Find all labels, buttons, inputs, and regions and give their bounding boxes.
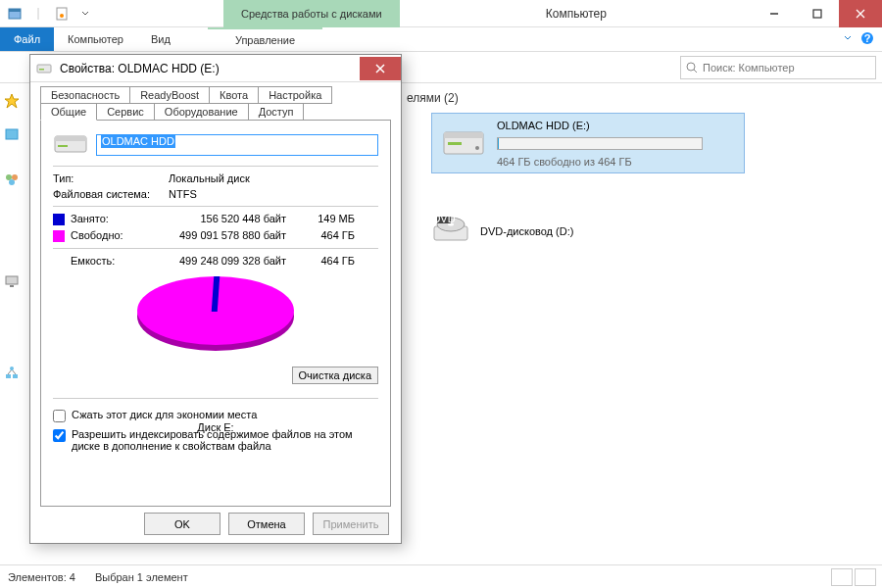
cancel-button[interactable]: Отмена: [228, 513, 305, 535]
dvd-icon: DVD: [431, 211, 470, 252]
computer-icon[interactable]: [4, 273, 20, 289]
disk-label: Диск E:: [53, 421, 378, 433]
help-icon[interactable]: ?: [860, 31, 874, 47]
svg-point-15: [9, 179, 15, 185]
libraries-icon[interactable]: [4, 126, 20, 142]
close-button[interactable]: [839, 0, 882, 27]
apply-button[interactable]: Применить: [313, 513, 389, 535]
type-label: Тип:: [53, 172, 169, 184]
fs-label: Файловая система:: [53, 188, 169, 200]
favorites-icon[interactable]: [4, 93, 20, 109]
hdd-icon: [440, 119, 487, 168]
capacity-human: 464 ГБ: [296, 255, 355, 267]
ok-button[interactable]: OK: [144, 513, 220, 535]
usage-pie: [137, 276, 294, 345]
system-menu-icon[interactable]: [4, 3, 25, 24]
drive-large-icon: [53, 130, 88, 160]
svg-point-4: [60, 14, 64, 18]
quick-access-toolbar: [0, 3, 96, 24]
drive-tile-oldmac[interactable]: OLDMAC HDD (E:) 464 ГБ свободно из 464 Г…: [431, 113, 745, 173]
svg-rect-35: [55, 136, 86, 141]
svg-rect-17: [10, 285, 14, 287]
dialog-close-button[interactable]: [360, 57, 401, 80]
drive-tile-dvd[interactable]: DVD DVD-дисковод (D:): [431, 211, 573, 252]
window-title: Компьютер: [400, 7, 753, 21]
tab-quota[interactable]: Квота: [209, 86, 259, 104]
homegroup-icon[interactable]: [4, 172, 20, 187]
ribbon-tab-manage[interactable]: Управление: [208, 27, 322, 51]
tab-security[interactable]: Безопасность: [40, 86, 130, 104]
ribbon-tab-file[interactable]: Файл: [0, 27, 54, 51]
svg-rect-25: [448, 142, 462, 145]
svg-rect-36: [58, 145, 68, 147]
used-human: 149 МБ: [296, 213, 355, 225]
status-bar: Элементов: 4 Выбран 1 элемент: [0, 564, 882, 588]
svg-rect-19: [13, 374, 18, 378]
ribbon: Файл Компьютер Вид Управление ?: [0, 27, 882, 52]
disk-cleanup-button[interactable]: Очистка диска: [292, 367, 378, 384]
status-count: Элементов: 4: [8, 571, 75, 583]
svg-rect-16: [6, 276, 18, 284]
properties-icon[interactable]: [51, 3, 73, 24]
svg-text:?: ?: [864, 32, 871, 44]
svg-point-22: [10, 367, 14, 370]
capacity-bytes: 499 248 099 328 байт: [169, 255, 296, 267]
svg-point-14: [12, 174, 18, 180]
fs-value: NTFS: [169, 188, 197, 200]
type-value: Локальный диск: [169, 172, 250, 184]
used-bytes: 156 520 448 байт: [169, 213, 296, 225]
minimize-button[interactable]: [753, 0, 796, 27]
tab-tools[interactable]: Сервис: [96, 103, 155, 121]
svg-rect-24: [444, 132, 483, 138]
network-icon[interactable]: [4, 366, 20, 381]
dvd-label: DVD-дисковод (D:): [480, 225, 573, 237]
svg-text:DVD: DVD: [432, 213, 455, 224]
free-bytes: 499 091 578 880 байт: [169, 229, 296, 242]
svg-rect-1: [9, 9, 21, 12]
usage-bar: [497, 137, 703, 150]
context-tab-drive-tools: Средства работы с дисками: [223, 0, 400, 27]
tab-customize[interactable]: Настройка: [258, 86, 332, 104]
compress-checkbox[interactable]: Сжать этот диск для экономии места: [53, 409, 378, 422]
svg-marker-11: [5, 94, 19, 108]
ribbon-chevron-icon[interactable]: [843, 33, 853, 45]
search-placeholder: Поиск: Компьютер: [703, 62, 795, 74]
tab-general[interactable]: Общие: [40, 103, 97, 121]
maximize-button[interactable]: [796, 0, 839, 27]
svg-rect-12: [6, 129, 18, 139]
ribbon-tab-view[interactable]: Вид: [137, 27, 184, 51]
status-selection: Выбран 1 элемент: [95, 571, 188, 583]
drive-small-icon: [36, 60, 54, 77]
svg-point-26: [475, 146, 479, 150]
view-details-button[interactable]: [831, 568, 853, 586]
used-label: Занято:: [53, 213, 169, 225]
free-label: Свободно:: [53, 229, 169, 242]
tab-sharing[interactable]: Доступ: [248, 103, 305, 121]
volume-name-input[interactable]: OLDMAC HDD: [96, 134, 378, 156]
view-tiles-button[interactable]: [855, 568, 876, 586]
dropdown-icon[interactable]: [74, 3, 96, 24]
tab-hardware[interactable]: Оборудование: [154, 103, 249, 121]
free-human: 464 ГБ: [296, 229, 355, 242]
dialog-title: Свойства: OLDMAC HDD (E:): [60, 62, 360, 75]
svg-line-10: [694, 70, 697, 73]
drive-name: OLDMAC HDD (E:): [497, 120, 703, 131]
title-bar: Средства работы с дисками Компьютер: [0, 0, 882, 27]
category-devices: елями (2): [407, 83, 459, 113]
svg-rect-33: [39, 69, 44, 71]
ribbon-tab-computer[interactable]: Компьютер: [54, 27, 137, 51]
svg-point-9: [687, 63, 695, 71]
search-icon: [685, 61, 699, 74]
qat-separator: [27, 3, 49, 24]
svg-rect-6: [813, 10, 821, 18]
svg-point-13: [6, 174, 12, 180]
properties-dialog: Свойства: OLDMAC HDD (E:) Безопасность R…: [29, 54, 402, 544]
drive-subtext: 464 ГБ свободно из 464 ГБ: [497, 156, 703, 168]
nav-pane: [0, 83, 24, 564]
capacity-label: Емкость:: [53, 255, 169, 267]
svg-rect-18: [6, 374, 11, 378]
search-input[interactable]: Поиск: Компьютер: [680, 56, 876, 79]
tab-readyboost[interactable]: ReadyBoost: [129, 86, 210, 104]
